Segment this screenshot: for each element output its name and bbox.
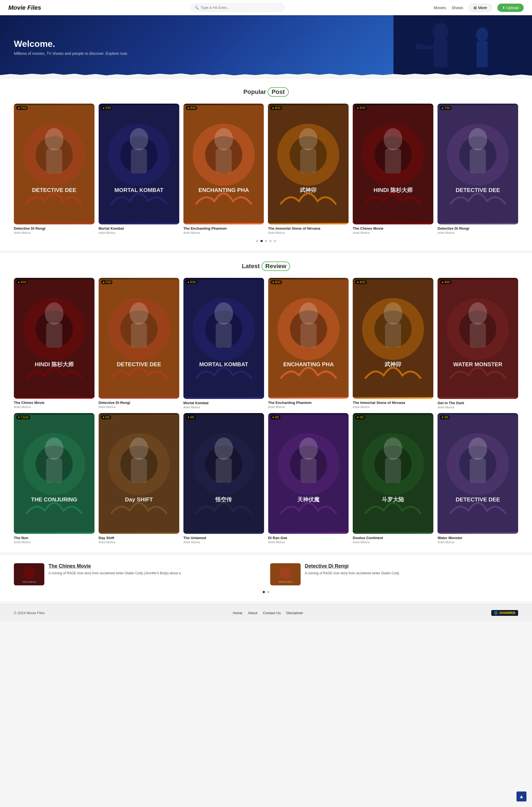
movie-card[interactable]: DETECTIVE DEE ★ 7/10 Detective Di Rengi … (99, 278, 179, 409)
svg-rect-24 (215, 149, 232, 173)
svg-point-89 (130, 438, 148, 460)
latest-review-title: Latest Review (14, 262, 518, 271)
card-author: Ankit Mishra (14, 231, 94, 234)
card-author: Ankit Mishra (438, 231, 518, 234)
movie-card[interactable]: 武神卯 ★ 8/10 The Immortal Stone of Nirvana… (353, 278, 433, 409)
card-author: Ankit Mishra (353, 405, 433, 409)
movie-card[interactable]: DETECTIVE DEE ★ 7/10 Detective Di Rengi … (14, 103, 94, 234)
svg-point-41 (469, 128, 487, 150)
popular-dot-2[interactable] (261, 240, 263, 242)
svg-point-101 (299, 438, 318, 460)
card-author: Ankit Mishra (184, 231, 264, 234)
nav-links: Movies Shows ⊞ More ⬆ Upload (434, 4, 524, 12)
featured-item: DETECTIVE DI Detective Di Rengi A coming… (270, 563, 518, 585)
rating-badge: ★ 7.5/10 (16, 415, 30, 419)
movie-card[interactable]: DETECTIVE DEE ★ 0/0 Water Monster Ankit … (438, 413, 518, 544)
svg-point-17 (130, 128, 148, 150)
svg-point-71 (384, 303, 402, 325)
svg-point-77 (469, 303, 487, 325)
popular-dot-4[interactable] (269, 240, 271, 242)
site-logo[interactable]: Movie Files (8, 4, 41, 11)
star-icon: ★ (102, 416, 105, 419)
poster-art: ENCHANTING PHA (184, 103, 264, 225)
nav-shows[interactable]: Shows (452, 5, 463, 10)
poster-art: 武神卯 (353, 278, 433, 399)
grid-icon: ⊞ (474, 5, 477, 10)
rating-badge: ★ 0/0 (186, 415, 196, 419)
footer-link-disclaimer[interactable]: Disclaimer (286, 611, 303, 615)
movie-card[interactable]: DETECTIVE DEE ★ 7/10 Detective Di Rengi … (438, 103, 518, 234)
svg-rect-108 (385, 458, 401, 483)
hero-wave (0, 73, 532, 79)
article-dot-2[interactable] (267, 591, 269, 593)
svg-rect-96 (215, 458, 232, 483)
svg-text:DETECTIVE DEE: DETECTIVE DEE (456, 187, 500, 193)
svg-rect-12 (46, 149, 62, 173)
star-icon: ★ (441, 281, 443, 284)
star-icon: ★ (187, 416, 190, 419)
article-dot-1[interactable] (263, 591, 265, 593)
movie-card[interactable]: HINDI 陈杉大师 ★ 6/10 The Chines Movie Ankit… (14, 278, 94, 409)
review-grid-row2: THE CONJURING ★ 7.5/10 The Nun Ankit Mis… (14, 413, 518, 544)
card-title: The Enchanting Phantom (268, 401, 349, 405)
svg-rect-7 (394, 15, 532, 79)
nav-movies[interactable]: Movies (434, 5, 446, 10)
rating-badge: ★ 0/0 (270, 415, 281, 419)
movie-card[interactable]: WATER MONSTER ★ 8/10 Get in The Dark Ank… (438, 278, 518, 409)
footer-link-contact-us[interactable]: Contact Us (263, 611, 281, 615)
card-author: Ankit Mishra (268, 540, 349, 544)
rating-badge: ★ 8/10 (270, 106, 282, 110)
movie-card[interactable]: 天神伏魔 ★ 0/0 Di Ran Gee Ankit Mishra (268, 413, 349, 544)
card-title: Detective Di Rengi (99, 401, 179, 405)
card-author: Ankit Mishra (14, 405, 94, 409)
movie-card[interactable]: 斗罗大陆 ★ 0/0 Douluo Continent Ankit Mishra (353, 413, 433, 544)
svg-point-107 (384, 438, 402, 460)
search-bar: 🔍 (190, 4, 285, 12)
movie-card[interactable]: HINDI 陈杉大师 ★ 6/10 The Chines Movie Ankit… (353, 103, 433, 234)
featured-article-title[interactable]: The Chines Movie (49, 563, 262, 569)
movie-card[interactable]: ENCHANTING PHA ★ 9/10 The Enchanting Pha… (268, 278, 349, 409)
footer-link-home[interactable]: Home (233, 611, 243, 615)
star-icon: ★ (18, 416, 20, 419)
popular-dot-5[interactable] (274, 240, 276, 242)
card-title: The Untamed (184, 536, 264, 540)
poster-art: Day SHIFT (99, 413, 179, 534)
hero-subtitle: Millions of movies, TV shows and people … (14, 51, 128, 56)
movie-card[interactable]: MORTAL KOMBAT ★ 5/10 Mortal Kombat Ankit… (184, 278, 264, 409)
featured-thumb: DETECTIVE DI (270, 563, 301, 585)
movie-card[interactable]: THE CONJURING ★ 7.5/10 The Nun Ankit Mis… (14, 413, 94, 544)
card-author: Ankit Mishra (353, 540, 433, 544)
card-author: Ankit Mishra (268, 405, 349, 409)
footer-brand: 🌐 DHANWEB (491, 610, 518, 616)
movie-card[interactable]: Day SHIFT ★ 0/0 Day Shift Ankit Mishra (99, 413, 179, 544)
card-title: Water Monster (438, 536, 518, 540)
more-button[interactable]: ⊞ More (469, 4, 492, 12)
svg-point-83 (45, 438, 63, 460)
featured-thumb-art: DETECTIVE DI (270, 563, 301, 585)
svg-text:斗罗大陆: 斗罗大陆 (382, 496, 404, 502)
svg-point-29 (299, 128, 318, 150)
svg-point-117 (23, 567, 35, 579)
movie-card[interactable]: MORTAL KOMBAT ★ 5/10 Mortal Kombat Ankit… (99, 103, 179, 234)
search-input[interactable] (201, 5, 280, 10)
featured-article-title[interactable]: Detective Di Rengi (305, 563, 518, 569)
star-icon: ★ (102, 281, 105, 284)
card-title: Mortal Kombat (99, 226, 179, 230)
svg-point-11 (45, 128, 63, 150)
footer-link-about[interactable]: About (248, 611, 258, 615)
star-icon: ★ (102, 107, 105, 110)
card-title: Di Ran Gee (268, 536, 349, 540)
svg-text:武神卯: 武神卯 (385, 361, 401, 367)
upload-button[interactable]: ⬆ Upload (497, 4, 524, 12)
movie-card[interactable]: ENCHANTING PHA ★ 9/10 The Enchanting Pha… (184, 103, 264, 234)
footer-links: HomeAboutContact UsDisclaimer (233, 611, 303, 615)
svg-rect-60 (215, 323, 232, 347)
movie-card[interactable]: 武神卯 ★ 8/10 The Immortal Stone of Nirvana… (268, 103, 348, 234)
popular-dot-1[interactable] (256, 240, 258, 242)
brand-icon: 🌐 (494, 611, 498, 615)
svg-point-47 (45, 303, 63, 325)
card-title: Detective Di Rengi (438, 226, 518, 230)
movie-card[interactable]: 悟空传 ★ 0/0 The Untamed Ankit Mishra (184, 413, 264, 544)
popular-dot-3[interactable] (265, 240, 267, 242)
rating-badge: ★ 9/10 (270, 280, 282, 284)
